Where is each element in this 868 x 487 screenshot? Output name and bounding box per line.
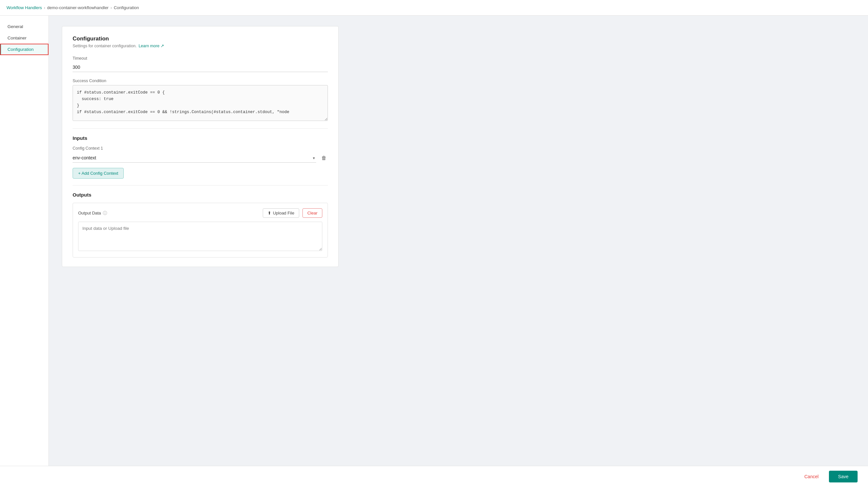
sidebar-item-configuration[interactable]: Configuration <box>0 44 49 55</box>
config-section-title: Configuration <box>72 35 328 42</box>
breadcrumb-handler-name: demo-container-workflowhandler <box>47 5 109 10</box>
cancel-button[interactable]: Cancel <box>799 471 824 482</box>
success-condition-textarea[interactable]: if #status.container.exitCode == 0 { suc… <box>72 85 328 121</box>
config-section-subtitle: Settings for container configuration. Le… <box>72 44 328 48</box>
add-config-context-button[interactable]: + Add Config Context <box>72 168 124 179</box>
trash-icon: 🗑 <box>321 155 327 161</box>
upload-icon: ⬆ <box>268 210 271 216</box>
config-context-label: Config Context 1 <box>72 146 328 151</box>
breadcrumb-workflow-handlers-link[interactable]: Workflow Handlers <box>6 5 42 10</box>
clear-button[interactable]: Clear <box>303 208 322 218</box>
config-context-select[interactable]: env-context <box>72 153 316 163</box>
learn-more-label: Learn more <box>139 44 159 48</box>
divider-1 <box>72 128 328 129</box>
upload-file-button[interactable]: ⬆ Upload File <box>263 208 299 218</box>
output-data-text: Output Data <box>78 210 101 216</box>
content-area: Configuration Settings for container con… <box>49 16 868 466</box>
bottom-bar: Cancel Save <box>0 466 868 487</box>
success-condition-label: Success Condition <box>72 79 328 83</box>
main-layout: General Container Configuration Configur… <box>0 16 868 466</box>
info-icon: ⓘ <box>103 210 107 216</box>
output-data-panel: Output Data ⓘ ⬆ Upload File Clear <box>72 203 328 258</box>
learn-more-link[interactable]: Learn more ↗ <box>139 44 164 48</box>
sidebar-item-container[interactable]: Container <box>0 32 49 44</box>
sidebar-item-general[interactable]: General <box>0 21 49 32</box>
save-button[interactable]: Save <box>829 471 858 482</box>
config-context-row: env-context ▾ 🗑 <box>72 153 328 163</box>
subtitle-text: Settings for container configuration. <box>72 44 137 48</box>
breadcrumb: Workflow Handlers › demo-container-workf… <box>0 0 868 16</box>
breadcrumb-current-page: Configuration <box>114 5 139 10</box>
output-data-label: Output Data ⓘ <box>78 210 107 216</box>
timeout-field-group: Timeout <box>72 56 328 72</box>
output-actions: ⬆ Upload File Clear <box>263 208 322 218</box>
config-panel: Configuration Settings for container con… <box>62 26 339 267</box>
upload-btn-label: Upload File <box>273 210 294 216</box>
external-link-icon: ↗ <box>160 44 164 48</box>
sidebar: General Container Configuration <box>0 16 49 466</box>
inputs-section-title: Inputs <box>72 135 328 141</box>
delete-config-context-button[interactable]: 🗑 <box>320 154 328 162</box>
outputs-section-title: Outputs <box>72 192 328 198</box>
config-context-select-wrapper: env-context ▾ <box>72 153 316 163</box>
breadcrumb-separator-2: › <box>111 5 112 10</box>
success-condition-field-group: Success Condition if #status.container.e… <box>72 79 328 122</box>
output-data-header: Output Data ⓘ ⬆ Upload File Clear <box>78 208 322 218</box>
breadcrumb-separator-1: › <box>44 5 45 10</box>
output-data-textarea[interactable] <box>78 222 322 251</box>
timeout-input[interactable] <box>72 63 328 72</box>
divider-2 <box>72 185 328 185</box>
timeout-label: Timeout <box>72 56 328 61</box>
